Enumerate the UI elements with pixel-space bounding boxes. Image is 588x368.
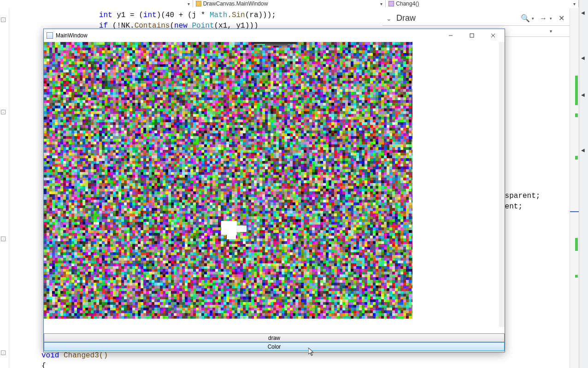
chevron-down-icon[interactable]: ▾ (550, 16, 552, 21)
class-icon (196, 1, 201, 6)
fold-toggle[interactable]: - (1, 350, 6, 355)
search-icon[interactable]: 🔍 (521, 14, 530, 23)
nav-combo-bar: ▾ DrawCanvas.MainWindow ▾ Chang4() ▾ (0, 0, 579, 7)
find-bar: ⌄ Draw 🔍▾ →▾ ✕ (382, 11, 570, 26)
expand-icon[interactable]: ◀ (581, 148, 585, 153)
draw-button[interactable]: draw (44, 333, 505, 342)
root: ▾ DrawCanvas.MainWindow ▾ Chang4() ▾ - -… (0, 0, 588, 368)
chevron-down-icon: ▾ (380, 1, 382, 6)
code-visible-bottom: void Changed3() { (41, 350, 108, 368)
expand-icon[interactable]: ◀ (581, 10, 585, 15)
fold-toggle[interactable]: - (1, 18, 6, 22)
white-region (227, 233, 236, 239)
editor-gutter: - - - - (0, 8, 9, 368)
maximize-button[interactable] (461, 29, 482, 42)
white-region (233, 226, 247, 232)
pixel-canvas[interactable] (44, 42, 412, 319)
chevron-down-icon[interactable]: ⌄ (386, 15, 392, 22)
chevron-down-icon: ▾ (188, 1, 190, 6)
app-icon (47, 32, 53, 39)
close-button[interactable] (482, 29, 504, 42)
close-icon[interactable]: ✕ (557, 14, 566, 23)
nav-combo-member-text: Chang4() (396, 0, 419, 7)
app-client-area (44, 42, 505, 333)
debug-overlay-strip (265, 44, 288, 46)
app-window: MainWindow ◂ ▸ draw Color (43, 29, 505, 352)
chevron-down-icon: ▾ (573, 1, 576, 6)
nav-combo-class-text: DrawCanvas.MainWindow (203, 0, 268, 7)
right-docked-rail: ◀ ◀ ◀ ◀ (579, 0, 588, 368)
vertical-scrollbar[interactable] (499, 42, 505, 327)
scrollbar-overview[interactable] (570, 8, 579, 368)
color-button[interactable]: Color (44, 342, 505, 351)
method-icon (388, 1, 394, 6)
chevron-down-icon[interactable]: ▾ (532, 16, 534, 21)
chevron-down-icon[interactable]: ▾ (550, 29, 552, 34)
svg-rect-1 (470, 34, 474, 37)
fold-toggle[interactable]: - (1, 237, 6, 241)
expand-icon[interactable]: ◀ (581, 92, 585, 97)
window-title: MainWindow (56, 32, 440, 39)
minimize-button[interactable] (440, 29, 461, 42)
expand-icon[interactable]: ◀ (581, 55, 585, 60)
button-bar: draw Color (44, 333, 505, 352)
nav-combo-project[interactable]: ▾ (0, 0, 193, 7)
find-next-icon[interactable]: → (539, 14, 548, 23)
nav-combo-class[interactable]: DrawCanvas.MainWindow ▾ (193, 0, 386, 7)
code-visible-right: nsparent; rent; (500, 191, 540, 212)
fold-toggle[interactable]: - (1, 110, 6, 114)
titlebar[interactable]: MainWindow (44, 29, 505, 42)
find-input[interactable]: Draw (396, 13, 516, 23)
nav-combo-member[interactable]: Chang4() ▾ (386, 0, 579, 7)
